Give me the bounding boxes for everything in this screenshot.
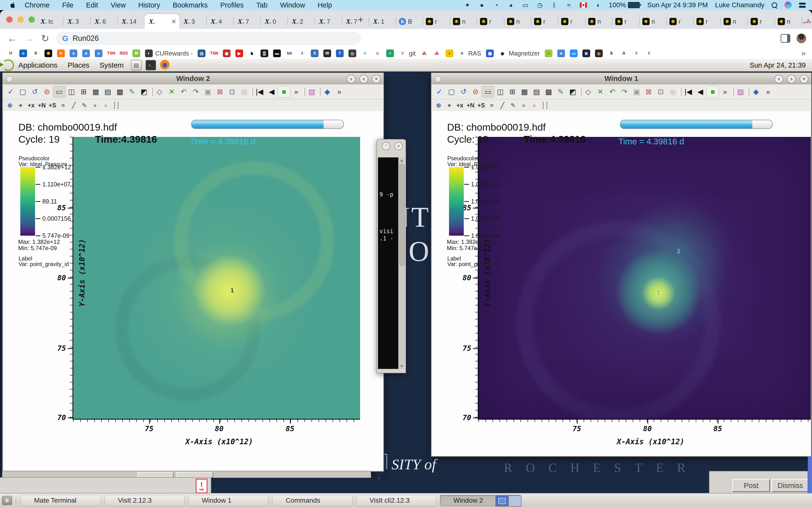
separator[interactable] <box>150 86 153 97</box>
menubar-item[interactable]: Tab <box>256 1 267 9</box>
view-3d-icon[interactable]: ◇ <box>582 86 594 97</box>
task-button[interactable]: Mate Terminal <box>21 495 101 506</box>
sphere-tool-icon[interactable]: ● <box>100 101 111 110</box>
vpn-icon[interactable]: ◕ <box>507 1 514 9</box>
dropbox-icon[interactable]: ✦ <box>464 1 471 9</box>
toolbar-overflow-icon[interactable]: » <box>719 86 731 97</box>
close-button[interactable] <box>800 74 808 83</box>
bookmark-item[interactable]: a <box>95 50 102 57</box>
browser-tab[interactable]: r <box>748 14 775 29</box>
screenshot-tool-icon[interactable] <box>2 496 12 505</box>
layout-3x3-icon[interactable]: ▤ <box>530 86 543 97</box>
pan-mode-icon[interactable]: ⊕ <box>5 101 15 110</box>
layout-1x2-icon[interactable]: ◫ <box>65 86 78 97</box>
bookmark-item[interactable]: ◐ CURewards - <box>145 50 193 57</box>
axis-grid-icon[interactable]: ┆┆ <box>540 101 550 110</box>
clear-window-icon[interactable]: ↺ <box>29 86 41 97</box>
browser-tab[interactable]: r <box>531 14 558 29</box>
browser-tab[interactable]: n <box>640 14 666 29</box>
mate-menu-icon[interactable] <box>2 59 14 71</box>
add-plot-n-icon[interactable]: +N <box>37 101 47 110</box>
lineout-tool-icon[interactable]: ╱ <box>68 101 79 110</box>
reload-button[interactable]: ↻ <box>41 33 49 44</box>
browser-tab[interactable]: 1 <box>369 14 396 29</box>
bookmark-item[interactable]: ∂ <box>298 50 306 57</box>
address-bar[interactable]: G Run026 <box>56 32 361 45</box>
browser-tab[interactable]: 7 <box>234 14 260 29</box>
browser-tab[interactable]: 7 <box>315 14 342 29</box>
notification-off-icon[interactable]: ◔ <box>493 1 500 9</box>
bookmark-item[interactable]: ☆ <box>373 50 382 57</box>
layout-3x3-icon[interactable]: ▤ <box>102 86 114 97</box>
browser-scrollbar[interactable] <box>808 456 812 493</box>
add-plot-x-icon[interactable]: +x <box>26 101 37 110</box>
no-camera-icon[interactable]: ⊠ <box>643 86 655 97</box>
menubar-item[interactable]: Window <box>280 1 305 9</box>
terminal-popup-titlebar[interactable]: ⌃ ✕ <box>377 139 406 152</box>
pick-tool-icon[interactable]: ◆ <box>750 86 762 97</box>
browser-tab[interactable]: 14 <box>117 14 145 29</box>
menubar-item[interactable]: View <box>111 1 126 9</box>
zoom-tool-icon[interactable]: ⌖ <box>444 101 455 110</box>
layout-2x2-icon[interactable]: ⊞ <box>78 86 90 97</box>
layout-2x3-icon[interactable]: ▦ <box>518 86 530 97</box>
browser-tab[interactable]: r <box>477 14 504 29</box>
bookmark-item[interactable]: A <box>620 50 628 57</box>
browser-tab[interactable]: n <box>721 14 748 29</box>
separator[interactable] <box>302 86 306 97</box>
bookmark-item[interactable]: 6 <box>645 50 653 57</box>
siri-icon[interactable] <box>784 1 792 9</box>
menubar-item[interactable]: Edit <box>86 1 98 9</box>
back-button[interactable]: ← <box>7 33 17 44</box>
image-tools-icon[interactable]: ▧ <box>734 86 747 97</box>
wifi-icon[interactable]: ≈ <box>565 1 572 9</box>
minimize-window-button[interactable] <box>17 16 24 23</box>
firefox-icon[interactable] <box>160 60 170 69</box>
save-camera-icon[interactable]: ⊡ <box>226 86 238 97</box>
camera-icon[interactable]: ▣ <box>202 86 214 97</box>
separator[interactable] <box>679 86 682 97</box>
bookmark-item[interactable]: M <box>133 50 140 57</box>
bookmark-item[interactable]: ⁂ <box>433 50 441 57</box>
shade-button[interactable] <box>774 74 783 83</box>
alert-icon[interactable]: ● <box>478 1 486 9</box>
bookmark-item[interactable]: 6 <box>633 50 641 57</box>
menubar-user[interactable]: Luke Chamandy <box>715 1 764 9</box>
add-plot-s-icon[interactable]: +S <box>47 101 58 110</box>
add-plot-n-icon[interactable]: +N <box>465 101 476 110</box>
browser-tab[interactable]: 3 <box>63 14 90 29</box>
step-back-icon[interactable]: |◀ <box>682 86 694 97</box>
bookmark-item[interactable]: ▶ <box>236 50 243 57</box>
bookmark-item[interactable]: ⁂ <box>420 50 428 57</box>
zoom-tool-icon[interactable]: ⌖ <box>15 101 26 110</box>
bookmark-item[interactable]: ✳ RAS <box>458 50 481 57</box>
menubar-item[interactable]: Chrome <box>24 1 50 9</box>
navigate-mode-icon[interactable]: ✎ <box>126 86 138 97</box>
browser-tab[interactable]: Ic <box>36 14 63 29</box>
close-button[interactable] <box>372 74 380 83</box>
undo-view-icon[interactable]: ↶ <box>606 86 618 97</box>
bookmark-item[interactable]: W <box>323 50 331 57</box>
bookmark-item[interactable]: ✳ <box>361 50 369 57</box>
control-center-icon[interactable] <box>799 3 806 8</box>
apple-menu-icon[interactable] <box>9 1 16 9</box>
window-titlebar[interactable]: Window 2 <box>3 73 384 84</box>
navigate-mode-icon[interactable]: ✎ <box>555 86 567 97</box>
layout-2x3-icon[interactable]: ▦ <box>90 86 102 97</box>
add-plot-s-icon[interactable]: +S <box>476 101 487 110</box>
reset-view-icon[interactable]: ✕ <box>165 86 177 97</box>
separator[interactable] <box>250 86 254 97</box>
dismiss-button-clipped[interactable] <box>176 472 213 478</box>
popup-maximize-icon[interactable]: ⌃ <box>382 142 390 150</box>
globe-icon[interactable]: ◎ <box>667 86 679 97</box>
separator[interactable] <box>747 86 750 97</box>
bookmark-item[interactable]: X <box>311 50 318 57</box>
layout-4x4-icon[interactable]: ▩ <box>114 86 126 97</box>
bookmark-item[interactable]: RDS <box>120 50 128 57</box>
terminal-scrollbar[interactable] <box>399 157 405 369</box>
pseudocolor-plot[interactable]: 75 80 85 85 80 75 70 X-Axis (x10^12) Y-A… <box>72 137 360 419</box>
delete-window-icon[interactable]: ⊘ <box>41 86 53 97</box>
bookmark-item[interactable]: ♞ <box>248 50 256 57</box>
browser-tab[interactable]: r <box>423 14 450 29</box>
profile-avatar[interactable] <box>797 34 806 43</box>
